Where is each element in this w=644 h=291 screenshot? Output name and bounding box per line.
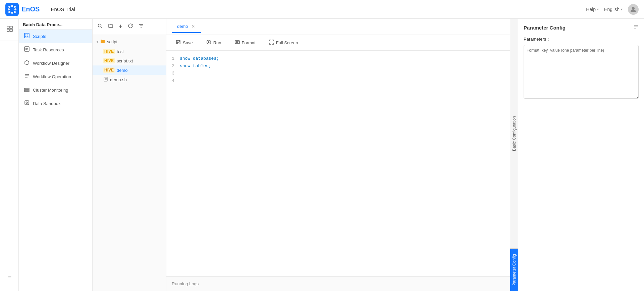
editor-area: demo ✕ Save bbox=[166, 19, 510, 291]
nav-item-scripts[interactable]: Scripts bbox=[19, 30, 92, 43]
header: EnOS EnOS Trial Help ▾ English ▾ bbox=[0, 0, 644, 19]
lang-dropdown-arrow: ▾ bbox=[621, 7, 623, 11]
run-button[interactable]: Run bbox=[202, 38, 225, 48]
language-button[interactable]: English ▾ bbox=[604, 7, 623, 12]
workflow-designer-icon bbox=[24, 60, 30, 66]
editor-tab-demo[interactable]: demo ✕ bbox=[172, 21, 201, 33]
file-panel: + ▾ bbox=[93, 19, 166, 291]
nav-item-workflow-designer[interactable]: Workflow Designer bbox=[19, 56, 92, 70]
editor-content: 1 show databases; 2 show tables; 3 4 bbox=[166, 51, 510, 276]
svg-point-7 bbox=[8, 8, 10, 10]
svg-point-27 bbox=[25, 89, 26, 89]
nav-item-cluster-monitoring[interactable]: Cluster Monitoring bbox=[19, 83, 92, 97]
save-label: Save bbox=[183, 40, 193, 45]
right-panel: Basic Configuration Parameter Config Par… bbox=[510, 19, 644, 291]
side-tabs: Basic Configuration Parameter Config bbox=[510, 19, 518, 291]
nav-item-task-resources[interactable]: Task Resources bbox=[19, 43, 92, 56]
svg-rect-40 bbox=[177, 40, 179, 42]
logo-icon bbox=[5, 3, 19, 16]
svg-point-8 bbox=[632, 7, 635, 10]
svg-rect-11 bbox=[7, 29, 9, 32]
logo-text: EnOS bbox=[21, 5, 40, 13]
param-config-tab-label: Parameter Config bbox=[511, 249, 518, 291]
right-panel-title: Parameter Config bbox=[524, 25, 566, 31]
svg-point-28 bbox=[25, 91, 26, 91]
format-label: Format bbox=[242, 40, 256, 45]
svg-rect-44 bbox=[235, 41, 239, 44]
cluster-monitoring-icon bbox=[24, 87, 30, 93]
code-line-3: 3 bbox=[166, 71, 510, 78]
line-num-3: 3 bbox=[166, 71, 180, 76]
add-button[interactable]: + bbox=[117, 21, 124, 31]
sh-icon bbox=[103, 77, 108, 83]
right-panel-collapse-button[interactable] bbox=[633, 24, 639, 31]
basic-config-tab[interactable]: Basic Configuration bbox=[510, 19, 518, 249]
nav-section-title: Batch Data Proce... bbox=[19, 19, 92, 30]
nav-item-workflow-operation-label: Workflow Operation bbox=[33, 74, 71, 79]
help-button[interactable]: Help ▾ bbox=[586, 7, 599, 12]
svg-point-17 bbox=[28, 36, 29, 37]
code-line-4: 4 bbox=[166, 78, 510, 86]
user-avatar[interactable] bbox=[628, 4, 639, 15]
svg-point-1 bbox=[11, 5, 13, 7]
sidebar: ≡ bbox=[0, 19, 19, 291]
new-folder-button[interactable] bbox=[107, 22, 115, 31]
filter-button[interactable] bbox=[137, 22, 145, 31]
tree-item-demo-sh[interactable]: demo.sh bbox=[93, 75, 166, 85]
params-label: Parameters： bbox=[524, 36, 639, 42]
tree-item-demo-sh-label: demo.sh bbox=[110, 77, 127, 82]
svg-point-16 bbox=[25, 36, 26, 37]
header-right: Help ▾ English ▾ bbox=[586, 4, 639, 15]
svg-rect-41 bbox=[177, 42, 179, 44]
svg-line-31 bbox=[101, 27, 102, 28]
nav-panel: Batch Data Proce... Scripts bbox=[19, 19, 93, 291]
hive-icon-demo: HIVE bbox=[103, 67, 115, 73]
sidebar-item-batch[interactable] bbox=[0, 21, 18, 38]
code-editor[interactable]: 1 show databases; 2 show tables; 3 4 bbox=[166, 51, 510, 276]
svg-marker-21 bbox=[25, 60, 29, 65]
refresh-button[interactable] bbox=[126, 22, 135, 31]
tab-close-button[interactable]: ✕ bbox=[191, 23, 196, 30]
svg-rect-13 bbox=[24, 33, 29, 38]
task-resources-icon bbox=[24, 46, 30, 53]
svg-point-15 bbox=[28, 35, 29, 36]
help-dropdown-arrow: ▾ bbox=[597, 7, 599, 11]
svg-rect-12 bbox=[10, 29, 12, 32]
svg-rect-10 bbox=[10, 26, 12, 29]
param-config-tab[interactable]: Parameter Config bbox=[510, 249, 518, 291]
run-icon bbox=[206, 40, 211, 46]
batch-icon bbox=[6, 26, 13, 34]
tree-item-test[interactable]: HIVE test bbox=[93, 47, 166, 56]
fullscreen-button[interactable]: Full Screen bbox=[265, 38, 302, 48]
nav-item-task-label: Task Resources bbox=[33, 47, 64, 52]
format-icon bbox=[235, 40, 240, 46]
editor-toolbar: Save Run Fo bbox=[166, 35, 510, 51]
sidebar-item-menu[interactable]: ≡ bbox=[6, 271, 13, 286]
code-line-2: 2 show tables; bbox=[166, 63, 510, 71]
root-folder-label: script bbox=[107, 39, 117, 44]
tree-item-script-txt[interactable]: HIVE script.txt bbox=[93, 56, 166, 65]
sidebar-bottom: ≡ bbox=[6, 265, 13, 291]
params-textarea[interactable] bbox=[524, 45, 639, 99]
nav-item-scripts-label: Scripts bbox=[33, 34, 46, 39]
basic-config-tab-label: Basic Configuration bbox=[511, 112, 518, 155]
svg-point-3 bbox=[14, 8, 16, 10]
menu-icon: ≡ bbox=[8, 275, 12, 282]
format-button[interactable]: Format bbox=[231, 38, 260, 48]
tree-item-demo[interactable]: HIVE demo bbox=[93, 65, 166, 75]
scripts-icon bbox=[24, 33, 30, 40]
nav-item-cluster-label: Cluster Monitoring bbox=[33, 88, 68, 93]
nav-item-workflow-operation[interactable]: Workflow Operation bbox=[19, 70, 92, 83]
right-panel-content: Parameter Config Parameters： bbox=[518, 19, 644, 291]
fullscreen-icon bbox=[269, 40, 274, 46]
nav-item-data-sandbox[interactable]: Data Sandbox bbox=[19, 97, 92, 110]
header-divider bbox=[45, 4, 45, 14]
line-num-1: 1 bbox=[166, 56, 180, 61]
svg-point-0 bbox=[8, 6, 10, 8]
search-button[interactable] bbox=[96, 22, 104, 31]
save-button[interactable]: Save bbox=[172, 38, 197, 48]
header-title: EnOS Trial bbox=[51, 6, 75, 12]
file-toolbar: + bbox=[93, 19, 166, 34]
tree-folder-root[interactable]: ▾ script bbox=[93, 37, 166, 47]
svg-point-14 bbox=[25, 35, 26, 36]
